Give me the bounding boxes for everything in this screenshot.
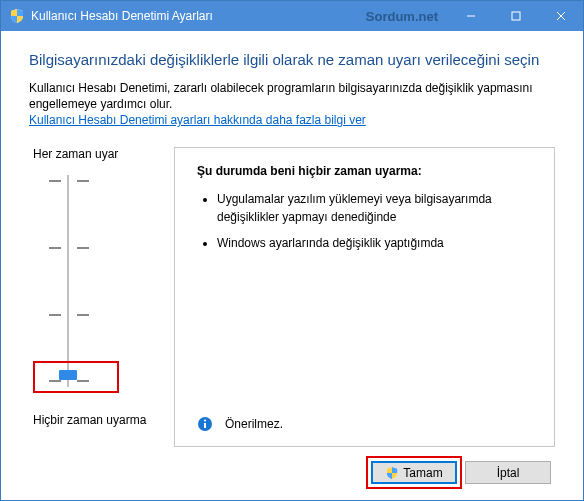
- recommend-text: Önerilmez.: [225, 417, 283, 431]
- panel-recommendation: Önerilmez.: [197, 402, 536, 432]
- cancel-button-label: İptal: [497, 466, 520, 480]
- maximize-button[interactable]: [493, 1, 538, 31]
- button-row: Tamam İptal: [29, 461, 555, 484]
- cancel-button[interactable]: İptal: [465, 461, 551, 484]
- page-heading: Bilgisayarınızdaki değişikliklerle ilgil…: [29, 51, 555, 68]
- minimize-button[interactable]: [448, 1, 493, 31]
- panel-list-item: Uygulamalar yazılım yüklemeyi veya bilgi…: [217, 190, 536, 226]
- slider-track: [67, 175, 69, 387]
- main-area: Her zaman uyar: [29, 147, 555, 447]
- slider-tick-1: [37, 175, 174, 187]
- info-icon: [197, 416, 213, 432]
- ok-button-label: Tamam: [403, 466, 442, 480]
- info-panel: Şu durumda beni hiçbir zaman uyarma: Uyg…: [174, 147, 555, 447]
- svg-rect-5: [204, 423, 206, 428]
- shield-icon: [385, 466, 399, 480]
- close-button[interactable]: [538, 1, 583, 31]
- watermark-text: Sordum.net: [366, 9, 438, 24]
- uac-settings-window: Kullanıcı Hesabı Denetimi Ayarları Sordu…: [0, 0, 584, 501]
- svg-rect-1: [512, 12, 520, 20]
- slider-tick-3: [37, 309, 174, 321]
- cancel-button-wrap: İptal: [465, 461, 551, 484]
- ok-button[interactable]: Tamam: [371, 461, 457, 484]
- slider-tick-4: [37, 375, 174, 387]
- slider-thumb[interactable]: [59, 370, 77, 380]
- panel-list-item: Windows ayarlarında değişiklik yaptığımd…: [217, 234, 536, 252]
- panel-heading: Şu durumda beni hiçbir zaman uyarma:: [197, 164, 536, 178]
- titlebar: Kullanıcı Hesabı Denetimi Ayarları Sordu…: [1, 1, 583, 31]
- ok-button-highlight: Tamam: [371, 461, 457, 484]
- svg-point-6: [204, 419, 206, 421]
- notification-slider[interactable]: [37, 171, 174, 391]
- content-area: Bilgisayarınızdaki değişikliklerle ilgil…: [1, 31, 583, 500]
- window-title: Kullanıcı Hesabı Denetimi Ayarları: [31, 9, 366, 23]
- panel-list: Uygulamalar yazılım yüklemeyi veya bilgi…: [217, 190, 536, 260]
- slider-bottom-label: Hiçbir zaman uyarma: [33, 413, 174, 427]
- slider-tick-2: [37, 242, 174, 254]
- slider-column: Her zaman uyar: [29, 147, 174, 447]
- page-description: Kullanıcı Hesabı Denetimi, zararlı olabi…: [29, 80, 555, 112]
- slider-top-label: Her zaman uyar: [33, 147, 174, 161]
- learn-more-link[interactable]: Kullanıcı Hesabı Denetimi ayarları hakkı…: [29, 113, 555, 127]
- shield-icon: [9, 8, 25, 24]
